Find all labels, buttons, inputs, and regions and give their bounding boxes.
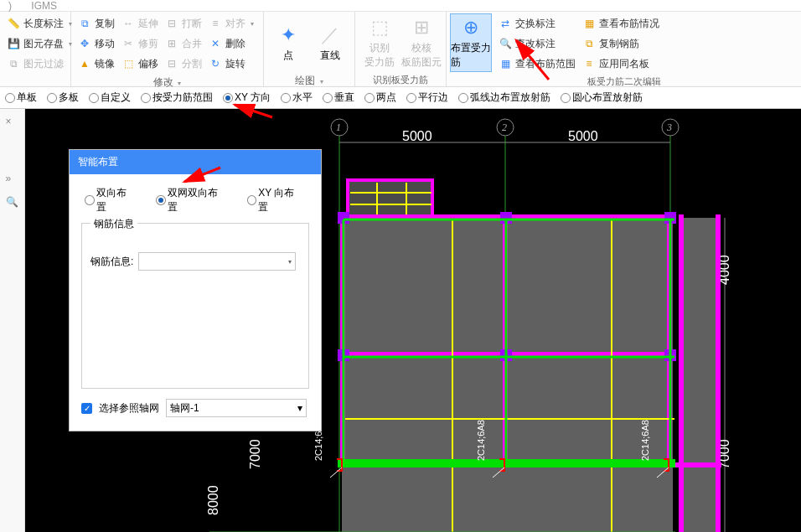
break-button: ⊟打断: [162, 13, 205, 34]
rebar-info-fieldset: 钢筋信息 钢筋信息: ▾: [81, 223, 309, 389]
rotate-icon: ↻: [209, 57, 222, 70]
opt-parallel[interactable]: 平行边: [406, 90, 448, 105]
opt-arc[interactable]: 弧线边布置放射筋: [458, 90, 550, 105]
copy-bar-button[interactable]: ⧉复制钢筋: [579, 34, 663, 54]
ref-grid-label: 选择参照轴网: [99, 401, 159, 416]
opt-custom[interactable]: 自定义: [89, 90, 131, 105]
opt-vertical[interactable]: 垂直: [323, 90, 354, 105]
range-button[interactable]: ▦查看布筋范围: [495, 54, 579, 74]
filter-elem-button: ⧉图元过滤: [3, 54, 75, 74]
align-icon: ≡: [209, 17, 222, 30]
option-bar: 单板 多板 自定义 按受力筋范围 XY 方向 水平 垂直 两点 平行边 弧线边布…: [0, 87, 801, 109]
split-icon: ⊟: [165, 57, 178, 70]
opt-by-range[interactable]: 按受力筋范围: [141, 90, 213, 105]
find-icon: 🔍: [499, 37, 512, 50]
expand-icon[interactable]: »: [6, 173, 19, 186]
offset-icon: ⬚: [121, 57, 135, 70]
detail-button[interactable]: ▦查看布筋情况: [579, 13, 663, 34]
recognize-bar-button: ⬚识别 受力筋: [359, 13, 400, 72]
find-label-button[interactable]: 🔍查改标注: [495, 34, 579, 54]
length-dim-button[interactable]: 📏长度标注▾: [3, 13, 75, 34]
ruler-icon: 📏: [7, 17, 20, 30]
delete-button[interactable]: ✕删除: [205, 34, 257, 54]
search-small-icon[interactable]: 🔍: [6, 196, 19, 209]
svg-text:2: 2: [502, 121, 507, 133]
fieldset-legend: 钢筋信息: [90, 217, 137, 231]
svg-rect-28: [346, 178, 349, 216]
svg-line-50: [330, 467, 342, 478]
rotate-button[interactable]: ↻旋转: [205, 54, 257, 74]
detail-icon: ▦: [582, 17, 596, 30]
recognize-group-label: 识别板受力筋: [359, 72, 442, 88]
pin-icon[interactable]: ×: [6, 116, 19, 129]
svg-text:3: 3: [666, 121, 672, 133]
ref-grid-checkbox[interactable]: ✓: [81, 403, 92, 414]
mirror-icon: ▲: [78, 57, 91, 70]
ref-grid-select[interactable]: 轴网-1▾: [166, 399, 307, 417]
point-button[interactable]: ✦点: [267, 13, 309, 72]
stretch-icon: ↔: [121, 17, 135, 30]
left-pane: × » 🔍: [0, 109, 25, 532]
offset-button[interactable]: ⬚偏移: [118, 54, 162, 74]
opt-xy[interactable]: XY 方向: [223, 90, 271, 105]
svg-rect-27: [716, 214, 721, 532]
range-icon: ▦: [499, 57, 512, 70]
check-icon: ⊞: [410, 16, 433, 39]
copy-button[interactable]: ⧉复制: [75, 13, 118, 34]
break-icon: ⊟: [165, 17, 178, 30]
dialog-title: 智能布置: [70, 150, 321, 174]
save-elem-button[interactable]: 💾图元存盘▾: [3, 34, 75, 54]
svg-text:2C14;6A8: 2C14;6A8: [640, 420, 650, 461]
ribbon: 📏长度标注▾ 💾图元存盘▾ ⧉图元过滤 ⧉复制 ✥移动 ▲镜像 ↔延伸 ✂修剪 …: [0, 12, 801, 87]
point-icon: ✦: [276, 23, 300, 47]
rebar-info-label: 钢筋信息:: [90, 255, 133, 269]
svg-text:2C14;6A8: 2C14;6A8: [476, 420, 486, 461]
svg-text:5000: 5000: [402, 129, 432, 143]
merge-icon: ⊞: [165, 37, 178, 50]
radio-xy-way[interactable]: XY 向布置: [247, 186, 302, 214]
radio-two-way[interactable]: 双向布置: [85, 186, 134, 214]
filter-icon: ⧉: [7, 57, 20, 70]
place-bar-icon: ⊕: [459, 16, 483, 39]
opt-multi-board[interactable]: 多板: [47, 90, 79, 105]
line-button: ／直线: [309, 13, 351, 72]
move-icon: ✥: [78, 37, 91, 50]
top-tab-right[interactable]: IGMS: [31, 0, 57, 12]
copy-icon: ⧉: [78, 17, 91, 30]
svg-text:8000: 8000: [206, 485, 220, 515]
trim-button: ✂修剪: [118, 34, 162, 54]
move-button[interactable]: ✥移动: [75, 34, 118, 54]
mirror-button[interactable]: ▲镜像: [75, 54, 118, 74]
check-bar-button: ⊞校核 板筋图元: [400, 13, 442, 72]
trim-icon: ✂: [121, 37, 135, 50]
place-bar-button[interactable]: ⊕布置受力筋: [450, 13, 492, 72]
svg-rect-18: [679, 218, 716, 532]
opt-single-board[interactable]: 单板: [5, 90, 37, 105]
split-button: ⊟分割: [162, 54, 205, 74]
rebar-info-input[interactable]: ▾: [138, 252, 296, 271]
smart-place-dialog: 智能布置 双向布置 双网双向布置 XY 向布置 钢筋信息 钢筋信息: ▾ ✓ 选…: [69, 149, 322, 431]
opt-two-point[interactable]: 两点: [364, 90, 396, 105]
merge-button: ⊞合并: [162, 34, 205, 54]
align-button: ≡对齐▾: [205, 13, 257, 34]
radio-double-net[interactable]: 双网双向布置: [156, 186, 225, 214]
svg-rect-19: [349, 180, 432, 215]
svg-rect-29: [431, 178, 434, 216]
apply-button[interactable]: ≡应用同名板: [579, 54, 663, 74]
svg-text:1: 1: [336, 121, 341, 133]
svg-rect-26: [679, 214, 684, 532]
recognize-icon: ⬚: [368, 16, 391, 39]
apply-icon: ≡: [582, 57, 596, 70]
opt-center[interactable]: 圆心布置放射筋: [561, 90, 643, 105]
disk-icon: 💾: [7, 37, 20, 50]
modify-group-label: 修改 ▾: [75, 74, 260, 91]
top-tab-left[interactable]: ): [8, 0, 12, 12]
delete-icon: ✕: [209, 37, 222, 50]
svg-text:5000: 5000: [568, 129, 598, 143]
stretch-button: ↔延伸: [118, 13, 162, 34]
swap-label-button[interactable]: ⇄交换标注: [495, 13, 579, 34]
line-icon: ／: [318, 23, 342, 47]
swap-icon: ⇄: [499, 17, 512, 30]
copy-bar-icon: ⧉: [582, 37, 596, 50]
opt-horizontal[interactable]: 水平: [281, 90, 313, 105]
